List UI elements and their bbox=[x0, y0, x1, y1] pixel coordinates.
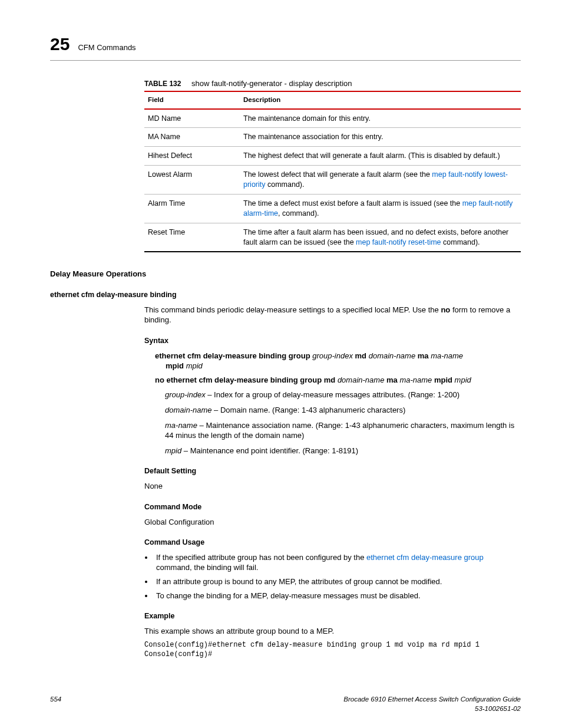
usage-item: To change the binding for a MEP, delay-m… bbox=[154, 591, 521, 601]
command-body: This command binds periodic delay-measur… bbox=[144, 305, 521, 660]
cell-field: MD Name bbox=[144, 109, 240, 128]
th-field: Field bbox=[144, 91, 240, 109]
cell-field: Reset Time bbox=[144, 223, 240, 252]
param-mpid: mpid – Maintenance end point identifier.… bbox=[165, 446, 521, 456]
mode-value: Global Configuration bbox=[144, 517, 521, 528]
table-132: TABLE 132 show fault-notify-generator - … bbox=[144, 78, 521, 253]
syntax-line-1: ethernet cfm delay-measure binding group… bbox=[155, 351, 521, 371]
table-row: Reset Time The time after a fault alarm … bbox=[144, 223, 521, 252]
link-delay-measure-group[interactable]: ethernet cfm delay-measure group bbox=[366, 553, 484, 562]
heading-command-name: ethernet cfm delay-measure binding bbox=[50, 290, 521, 300]
example-intro: This example shows an attribute group bo… bbox=[144, 626, 521, 637]
th-description: Description bbox=[240, 91, 521, 109]
table-row: Hihest Defect The highest defect that wi… bbox=[144, 147, 521, 166]
table-row: Alarm Time The time a defect must exist … bbox=[144, 194, 521, 223]
display-description-table: Field Description MD Name The maintenanc… bbox=[144, 91, 521, 252]
heading-example: Example bbox=[144, 611, 521, 621]
table-row: MD Name The maintenance domain for this … bbox=[144, 109, 521, 128]
heading-syntax: Syntax bbox=[144, 336, 521, 346]
heading-usage: Command Usage bbox=[144, 538, 521, 548]
table-caption: show fault-notify-generator - display de… bbox=[191, 79, 352, 88]
cell-desc: The maintenance association for this ent… bbox=[240, 128, 521, 147]
usage-item: If the specified attribute group has not… bbox=[154, 552, 521, 573]
table-title-row: TABLE 132 show fault-notify-generator - … bbox=[144, 78, 521, 89]
cell-field: Alarm Time bbox=[144, 194, 240, 223]
table-row: Lowest Alarm The lowest defect that will… bbox=[144, 166, 521, 195]
heading-mode: Command Mode bbox=[144, 502, 521, 512]
cell-field: MA Name bbox=[144, 128, 240, 147]
page-header: 25 CFM Commands bbox=[50, 32, 521, 61]
param-group-index: group-index – Index for a group of delay… bbox=[165, 390, 521, 400]
usage-list: If the specified attribute group has not… bbox=[154, 552, 521, 601]
page-number: 554 bbox=[50, 695, 61, 713]
link-reset-time[interactable]: mep fault-notify reset-time bbox=[356, 238, 441, 246]
chapter-title: CFM Commands bbox=[78, 42, 135, 53]
param-domain-name: domain-name – Domain name. (Range: 1-43 … bbox=[165, 405, 521, 416]
usage-item: If an attribute group is bound to any ME… bbox=[154, 577, 521, 587]
table-label: TABLE 132 bbox=[144, 80, 181, 88]
cell-field: Hihest Defect bbox=[144, 147, 240, 166]
footer-book-info: Brocade 6910 Ethernet Access Switch Conf… bbox=[343, 695, 521, 713]
cell-desc: The time after a fault alarm has been is… bbox=[240, 223, 521, 252]
heading-delay-measure-ops: Delay Measure Operations bbox=[50, 269, 521, 279]
example-code: Console(config)#ethernet cfm delay-measu… bbox=[144, 640, 521, 660]
cell-desc: The time a defect must exist before a fa… bbox=[240, 194, 521, 223]
heading-default: Default Setting bbox=[144, 466, 521, 476]
page-footer: 554 Brocade 6910 Ethernet Access Switch … bbox=[50, 695, 521, 713]
cell-desc: The lowest defect that will generate a f… bbox=[240, 166, 521, 195]
chapter-number: 25 bbox=[50, 32, 70, 57]
default-value: None bbox=[144, 481, 521, 492]
cell-desc: The highest defect that will generate a … bbox=[240, 147, 521, 166]
param-ma-name: ma-name – Maintenance association name. … bbox=[165, 420, 521, 441]
cell-desc: The maintenance domain for this entry. bbox=[240, 109, 521, 128]
intro-paragraph: This command binds periodic delay-measur… bbox=[144, 305, 521, 325]
syntax-line-2: no ethernet cfm delay-measure binding gr… bbox=[155, 375, 521, 386]
cell-field: Lowest Alarm bbox=[144, 166, 240, 195]
table-row: MA Name The maintenance association for … bbox=[144, 128, 521, 147]
